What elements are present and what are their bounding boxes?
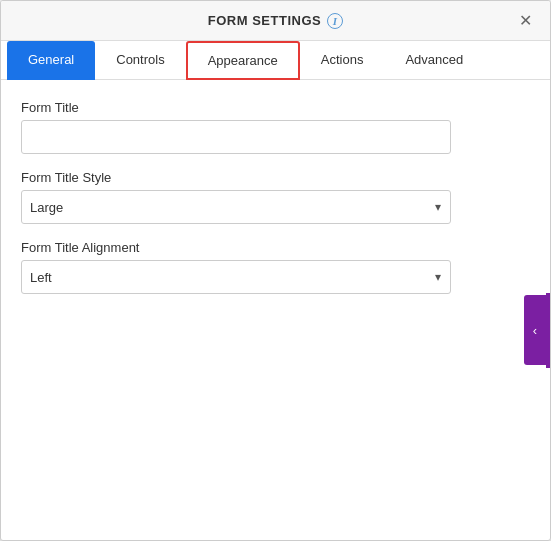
form-title-alignment-label: Form Title Alignment bbox=[21, 240, 530, 255]
dialog-title-text: FORM SETTINGS bbox=[208, 13, 321, 28]
tab-appearance[interactable]: Appearance bbox=[186, 41, 300, 80]
form-title-alignment-group: Form Title Alignment Left Center Right ▾ bbox=[21, 240, 530, 294]
dialog-header: FORM SETTINGS i ✕ bbox=[1, 1, 550, 41]
close-button[interactable]: ✕ bbox=[513, 11, 538, 31]
form-title-group: Form Title bbox=[21, 100, 530, 154]
form-settings-dialog: FORM SETTINGS i ✕ General Controls Appea… bbox=[0, 0, 551, 541]
form-title-label: Form Title bbox=[21, 100, 530, 115]
tabs-bar: General Controls Appearance Actions Adva… bbox=[1, 41, 550, 80]
dialog-title: FORM SETTINGS i bbox=[208, 13, 343, 29]
dialog-body: Form Title Form Title Style Large Medium… bbox=[1, 80, 550, 330]
tab-general[interactable]: General bbox=[7, 41, 95, 80]
form-title-style-select[interactable]: Large Medium Small None bbox=[21, 190, 451, 224]
app-data-button[interactable]: ‹ App Data bbox=[524, 293, 550, 368]
tab-controls[interactable]: Controls bbox=[95, 41, 185, 80]
form-title-alignment-wrapper: Left Center Right ▾ bbox=[21, 260, 451, 294]
form-title-style-group: Form Title Style Large Medium Small None… bbox=[21, 170, 530, 224]
app-data-label: App Data bbox=[546, 293, 550, 368]
app-data-chevron-icon: ‹ bbox=[524, 295, 546, 365]
tab-advanced[interactable]: Advanced bbox=[384, 41, 484, 80]
app-data-panel: ‹ App Data bbox=[524, 120, 550, 540]
form-title-style-label: Form Title Style bbox=[21, 170, 530, 185]
info-icon[interactable]: i bbox=[327, 13, 343, 29]
form-title-style-wrapper: Large Medium Small None ▾ bbox=[21, 190, 451, 224]
form-title-alignment-select[interactable]: Left Center Right bbox=[21, 260, 451, 294]
form-title-input[interactable] bbox=[21, 120, 451, 154]
tab-actions[interactable]: Actions bbox=[300, 41, 385, 80]
